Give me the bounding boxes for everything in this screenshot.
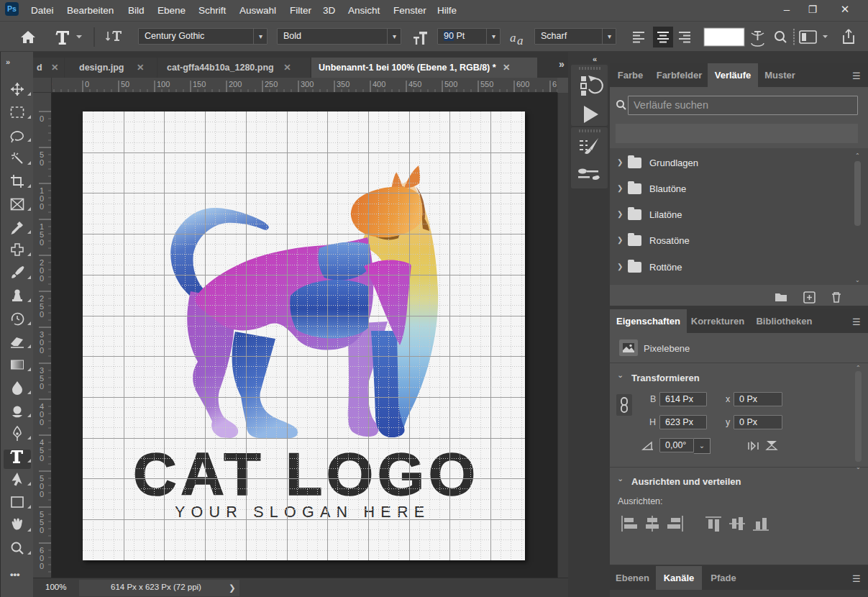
svg-text:500: 500 — [444, 80, 457, 88]
svg-text:6: 6 — [552, 80, 557, 88]
svg-text:300: 300 — [301, 80, 314, 88]
svg-text:0: 0 — [40, 418, 44, 427]
svg-text:a: a — [517, 34, 524, 47]
svg-text:600: 600 — [516, 80, 529, 88]
svg-text:0: 0 — [40, 202, 44, 211]
svg-text:0: 0 — [40, 114, 44, 123]
svg-text:0: 0 — [40, 158, 44, 167]
svg-text:a: a — [510, 31, 516, 45]
svg-text:0: 0 — [40, 238, 44, 247]
svg-text:450: 450 — [408, 80, 421, 88]
svg-text:0: 0 — [40, 382, 44, 391]
svg-text:0: 0 — [40, 526, 44, 534]
svg-text:0: 0 — [40, 490, 44, 498]
svg-text:150: 150 — [193, 80, 206, 88]
svg-text:350: 350 — [337, 80, 350, 88]
svg-text:0: 0 — [40, 562, 44, 570]
svg-text:0: 0 — [40, 346, 44, 355]
svg-text:0: 0 — [40, 310, 44, 319]
svg-text:200: 200 — [229, 80, 242, 88]
svg-text:550: 550 — [480, 80, 493, 88]
svg-text:50: 50 — [121, 80, 129, 88]
svg-text:YOUR SLOGAN HERE: YOUR SLOGAN HERE — [175, 503, 429, 521]
svg-text:0: 0 — [40, 274, 44, 283]
svg-text:0: 0 — [85, 80, 89, 88]
svg-text:250: 250 — [265, 80, 278, 88]
svg-text:100: 100 — [157, 80, 170, 88]
svg-text:400: 400 — [373, 80, 385, 88]
svg-text:0: 0 — [40, 454, 44, 462]
